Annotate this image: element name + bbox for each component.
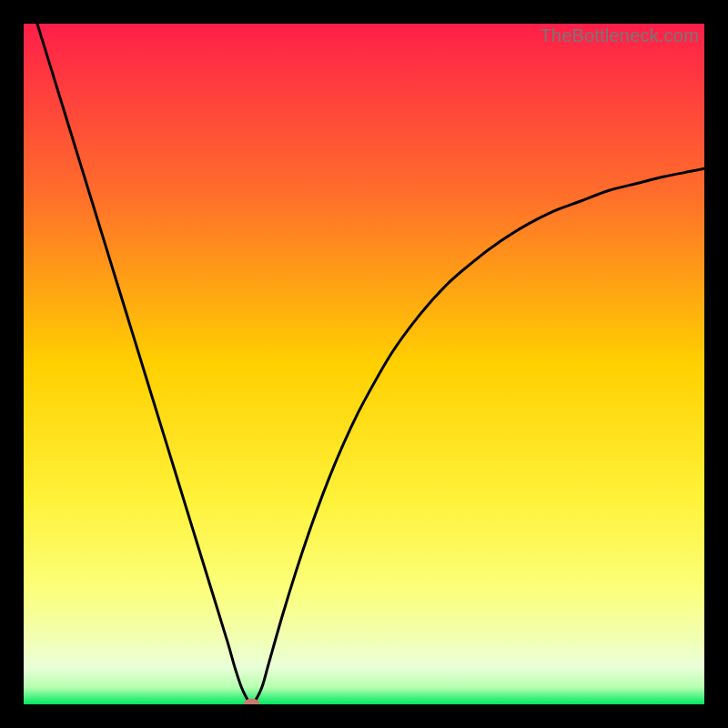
- chart-frame: TheBottleneck.com: [24, 24, 704, 704]
- gradient-background: [24, 24, 704, 704]
- watermark-text: TheBottleneck.com: [540, 25, 699, 46]
- bottleneck-chart: [24, 24, 704, 704]
